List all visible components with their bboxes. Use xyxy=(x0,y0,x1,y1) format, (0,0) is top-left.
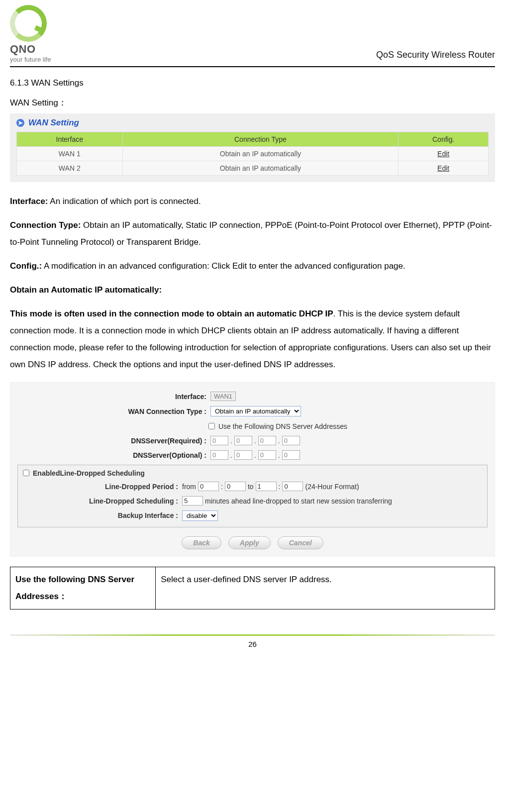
dns-optional-label: DNSServer(Optional) : xyxy=(17,451,210,459)
brand-tagline: your future life xyxy=(10,56,51,63)
dns-optional-ip: 0. 0. 0. 0 xyxy=(210,450,300,460)
wan-setting-panel: ➤ WAN Setting Interface Connection Type … xyxy=(10,113,495,182)
table-row: WAN 2 Obtain an IP automatically Edit xyxy=(17,161,489,176)
ip-octet[interactable]: 0 xyxy=(258,450,276,460)
document-title: QoS Security Wireless Router xyxy=(376,50,495,63)
ip-octet[interactable]: 0 xyxy=(210,450,228,460)
wan-config-form: Interface: WAN1 WAN Connection Type : Ob… xyxy=(10,382,495,557)
cell-interface: WAN 1 xyxy=(17,147,123,161)
wan-setting-title: ➤ WAN Setting xyxy=(16,118,489,128)
period-format-text: (24-Hour Format) xyxy=(305,483,359,491)
dns-required-label: DNSServer(Required) : xyxy=(17,437,210,445)
section-heading: 6.1.3 WAN Settings xyxy=(10,78,495,88)
auto-ip-heading: Obtain an Automatic IP automatically: xyxy=(10,285,162,295)
enable-scheduling-label: EnabledLine-Dropped Scheduling xyxy=(33,469,145,477)
period-to-hour[interactable]: 1 xyxy=(256,482,277,491)
conntype-def-text: Obtain an IP automatically, Static IP co… xyxy=(10,220,492,247)
wan-table: Interface Connection Type Config. WAN 1 … xyxy=(16,132,489,176)
col-interface: Interface xyxy=(17,132,123,147)
cell-conntype: Obtain an IP automatically xyxy=(122,161,399,176)
logo-mark-icon xyxy=(10,5,47,42)
period-to-min[interactable]: 0 xyxy=(282,482,303,491)
period-to-text: to xyxy=(248,483,254,491)
line-dropped-period-label: Line-Dropped Period : xyxy=(21,482,182,491)
enable-scheduling-checkbox[interactable] xyxy=(23,470,29,476)
line-dropped-scheduling-group: EnabledLine-Dropped Scheduling Line-Drop… xyxy=(17,465,488,527)
page-header: QNO your future life QoS Security Wirele… xyxy=(10,5,495,67)
desc-value: Select a user-defined DNS server IP addr… xyxy=(156,567,495,609)
backup-interface-select[interactable]: disable xyxy=(182,510,218,521)
cancel-button[interactable]: Cancel xyxy=(278,536,323,549)
dns-required-ip: 0. 0. 0. 0 xyxy=(210,436,300,445)
ip-octet[interactable]: 0 xyxy=(258,436,276,445)
col-config: Config. xyxy=(399,132,489,147)
cell-conntype: Obtain an IP automatically xyxy=(122,147,399,161)
interface-def-label: Interface: xyxy=(10,197,48,206)
period-from-hour[interactable]: 0 xyxy=(198,482,219,491)
wan-connection-type-select[interactable]: Obtain an IP automatically xyxy=(210,406,301,416)
desc-key: Use the following DNS Server Addresses： xyxy=(10,567,156,609)
ip-octet[interactable]: 0 xyxy=(210,436,228,445)
wan-setting-title-text: WAN Setting xyxy=(28,118,79,128)
line-dropped-scheduling-label: Line-Dropped Scheduling : xyxy=(21,496,182,505)
table-row: WAN 1 Obtain an IP automatically Edit xyxy=(17,147,489,161)
use-dns-checkbox[interactable] xyxy=(208,423,215,429)
interface-def-text: An indication of which port is connected… xyxy=(48,197,201,206)
edit-link[interactable]: Edit xyxy=(399,147,489,161)
body-text: Interface: An indication of which port i… xyxy=(10,193,495,373)
wan-connection-type-label: WAN Connection Type : xyxy=(17,407,210,415)
edit-link[interactable]: Edit xyxy=(399,161,489,176)
form-buttons: Back Apply Cancel xyxy=(17,536,488,549)
ip-octet[interactable]: 0 xyxy=(282,450,300,460)
interface-label: Interface: xyxy=(17,393,210,401)
scheduling-text: minutes ahead line-dropped to start new … xyxy=(205,497,392,505)
brand-logo: QNO your future life xyxy=(10,5,51,63)
back-button[interactable]: Back xyxy=(182,536,221,549)
arrow-bullet-icon: ➤ xyxy=(16,119,24,127)
ip-octet[interactable]: 0 xyxy=(234,436,252,445)
conntype-def-label: Connection Type: xyxy=(10,220,81,230)
auto-ip-lead: This mode is often used in the connectio… xyxy=(10,309,333,318)
description-table: Use the following DNS Server Addresses： … xyxy=(10,567,495,609)
period-from-min[interactable]: 0 xyxy=(225,482,246,491)
col-connection-type: Connection Type xyxy=(122,132,399,147)
section-subheading: WAN Setting： xyxy=(10,97,495,108)
ip-octet[interactable]: 0 xyxy=(282,436,300,445)
cell-interface: WAN 2 xyxy=(17,161,123,176)
interface-value: WAN1 xyxy=(210,392,236,401)
config-def-text: A modification in an advanced configurat… xyxy=(42,261,405,271)
backup-interface-label: Backup Interface : xyxy=(21,510,182,519)
ip-octet[interactable]: 0 xyxy=(234,450,252,460)
config-def-label: Config.: xyxy=(10,261,42,271)
scheduling-minutes[interactable]: 5 xyxy=(182,496,203,506)
use-dns-label: Use the Following DNS Server Addresses xyxy=(218,422,347,430)
brand-name: QNO xyxy=(10,44,36,55)
period-from-text: from xyxy=(182,483,196,491)
page-number: 26 xyxy=(10,640,495,648)
footer-divider xyxy=(10,634,495,636)
apply-button[interactable]: Apply xyxy=(228,536,271,549)
